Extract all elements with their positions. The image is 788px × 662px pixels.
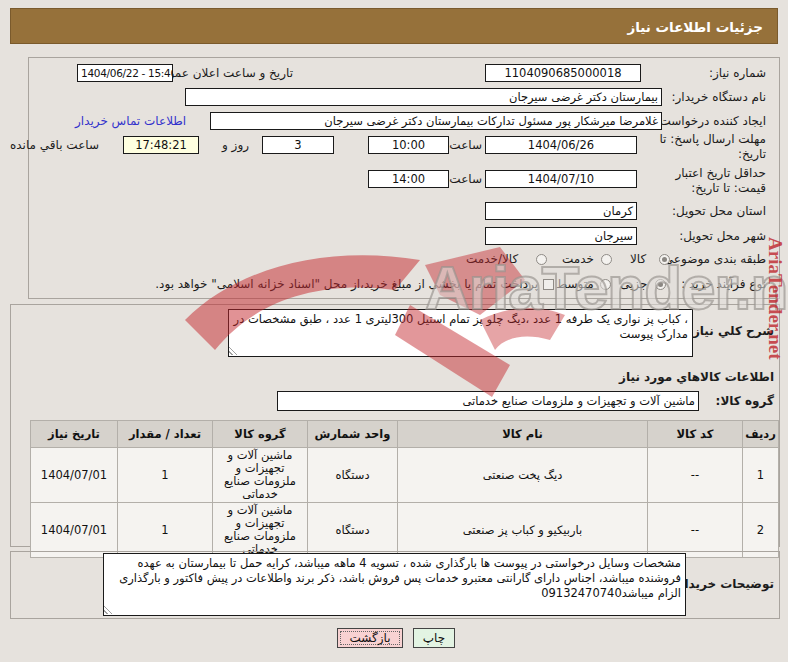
back-button[interactable]: بازگشت [337,628,403,648]
cell-item-code: -- [648,503,743,558]
subject-class-label: طبقه بندی موضوعی: [660,252,766,267]
price-validity-date-input[interactable]: 1404/07/10 [485,170,637,188]
reply-deadline-time-input[interactable]: 10:00 [368,136,449,154]
buyer-name-label: نام دستگاه خریدار: [672,90,767,105]
radio-partial-label: جزیی [620,277,647,292]
cell-item-name: باربیکیو و کباب پز صنعتی [398,503,648,558]
announce-datetime-input[interactable]: 1404/06/22 - 15:46 [77,64,173,82]
delivery-province-input[interactable]: کرمان [485,202,637,220]
goods-table: ردیف کد کالا نام کالا واحد شمارش گروه کا… [30,420,779,558]
radio-partial[interactable] [655,279,666,290]
reply-deadline-label: مهلت ارسال پاسخ: تا تاریخ: [654,132,766,162]
page-title: جزئیات اطلاعات نیاز [627,19,777,35]
cell-need-date: 1404/07/01 [31,503,118,558]
radio-goods-service-label: کالا/خدمت [466,252,518,267]
days-and-label: روز و [222,138,249,153]
remaining-time-input[interactable]: 17:48:21 [123,136,199,154]
buyer-name-input[interactable]: بیمارستان دکتر غرضی سیرجان [185,88,662,106]
need-number-input[interactable]: 1104090685000018 [485,64,641,82]
treasury-checkbox[interactable] [543,279,554,290]
request-creator-input[interactable]: غلامرضا میرشکار پور مسئول تدارکات بیمارس… [210,112,662,130]
page-title-bar: جزئیات اطلاعات نیاز [10,8,778,44]
radio-goods-label: کالا [630,252,646,267]
price-validity-time-input[interactable]: 14:00 [368,170,449,188]
need-number-label: شماره نیاز: [709,66,766,81]
radio-medium[interactable] [600,279,611,290]
goods-group-input[interactable]: ماشین آلات و تجهیزات و ملزومات صنایع خدم… [277,391,699,411]
remaining-days-input[interactable]: 3 [262,136,334,154]
buyer-notes-textarea[interactable]: مشخصات وسایل درخواستی در پیوست ها بارگذا… [103,553,686,616]
request-creator-label: ایجاد کننده درخواست: [655,114,766,129]
radio-service-label: خدمت [562,252,594,267]
cell-item-code: -- [648,448,743,503]
col-quantity: تعداد / مقدار [118,421,213,448]
buyer-contact-link[interactable]: اطلاعات تماس خریدار [75,114,186,128]
cell-need-date: 1404/07/01 [31,448,118,503]
cell-quantity: 1 [118,503,213,558]
cell-item-group: ماشین آلات و تجهیزات و ملزومات صنایع خدم… [213,448,308,503]
treasury-note-label: پرداخت تمام یا بخشی از مبلغ خرید،از محل … [155,277,538,292]
general-description-label: شرح کلي نیاز: [688,324,774,339]
general-description-textarea[interactable]: ، کباب پز نواری یک طرفه 1 عدد ،دیگ چلو پ… [228,309,693,357]
col-unit: واحد شمارش [308,421,398,448]
col-item-name: نام کالا [398,421,648,448]
radio-service[interactable] [601,254,612,265]
remaining-hours-label: ساعت باقي مانده [10,138,99,153]
col-row-number: ردیف [743,421,779,448]
cell-item-group: ماشین آلات و تجهیزات و ملزومات صنایع خدم… [213,503,308,558]
goods-info-header: اطلاعات کالاهاي مورد نیاز [619,370,774,385]
buyer-notes-label: توضیحات خریدار: [673,577,774,592]
col-item-code: کد کالا [648,421,743,448]
price-validity-label: حداقل تاریخ اعتبار قیمت: تا تاریخ: [648,166,766,196]
cell-row-number: 1 [743,448,779,503]
goods-group-label: گروه کالا: [716,394,774,409]
col-need-date: تاریخ نیاز [31,421,118,448]
reply-deadline-hour-label: ساعت [449,138,482,153]
print-button[interactable]: چاپ [413,628,455,648]
table-row: 1 -- دیگ پخت صنعتی دستگاه ماشین آلات و ت… [31,448,779,503]
radio-goods[interactable] [659,254,670,265]
cell-unit: دستگاه [308,503,398,558]
price-validity-hour-label: ساعت [449,172,482,187]
reply-deadline-date-input[interactable]: 1404/06/26 [485,136,637,154]
delivery-city-input[interactable]: سیرجان [485,227,637,245]
cell-row-number: 2 [743,503,779,558]
radio-goods-service[interactable] [536,254,547,265]
table-row: 2 -- باربیکیو و کباب پز صنعتی دستگاه ماش… [31,503,779,558]
col-item-group: گروه کالا [213,421,308,448]
radio-medium-label: متوسط [556,277,594,292]
delivery-city-label: شهر محل تحویل: [679,229,766,244]
goods-table-header-row: ردیف کد کالا نام کالا واحد شمارش گروه کا… [31,421,779,448]
cell-quantity: 1 [118,448,213,503]
delivery-province-label: استان محل تحویل: [672,204,766,219]
cell-unit: دستگاه [308,448,398,503]
cell-item-name: دیگ پخت صنعتی [398,448,648,503]
need-details-page: جزئیات اطلاعات نیاز شماره نیاز: 11040906… [0,0,788,662]
purchase-process-label: نوع فرآیند خرید : [681,277,766,292]
